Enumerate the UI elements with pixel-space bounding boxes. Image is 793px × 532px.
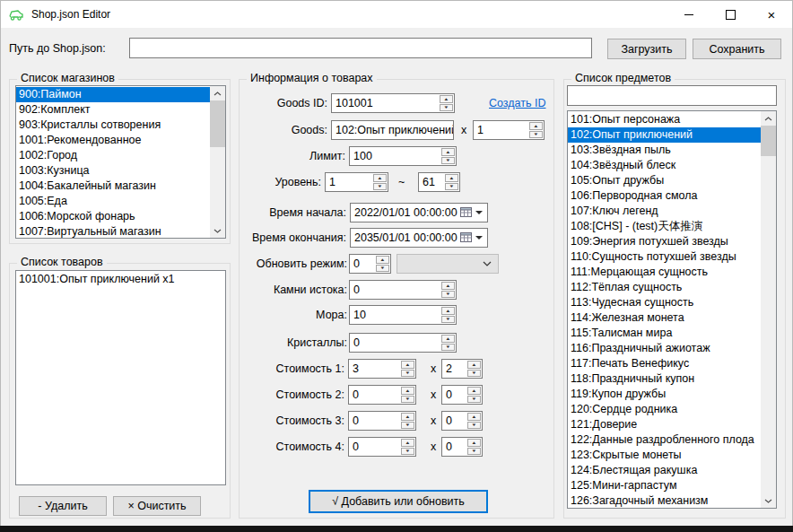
clear-button[interactable]: × Очистить — [113, 496, 201, 516]
scroll-down-button[interactable] — [210, 223, 225, 238]
spin-up-button[interactable]: ▲ — [441, 307, 455, 315]
items-list[interactable]: 101:Опыт персонажа102:Опыт приключений10… — [567, 110, 777, 509]
close-button[interactable]: × — [751, 1, 792, 28]
cost1-count-spinner[interactable]: 2 ▲▼ — [441, 359, 483, 379]
primogems-spinner[interactable]: 0 ▲▼ — [349, 280, 457, 300]
cost3-count[interactable]: 0 — [442, 412, 466, 430]
spin-down-button[interactable]: ▼ — [441, 316, 455, 324]
add-or-update-button[interactable]: √ Добавить или обновить — [309, 490, 488, 513]
end-time-value[interactable]: 2035/01/01 00:00:00 — [351, 229, 460, 247]
list-item[interactable]: 114:Железная монета — [568, 310, 761, 326]
list-item[interactable]: 106:Первородная смола — [568, 188, 761, 204]
shops-list-scrollbar[interactable] — [210, 86, 225, 238]
list-item[interactable]: 101001:Опыт приключений x1 — [16, 272, 225, 287]
cost1-count[interactable]: 2 — [442, 360, 466, 378]
minimize-button[interactable] — [668, 1, 710, 28]
cost3-value-spinner[interactable]: 0 ▲▼ — [348, 411, 416, 431]
list-item[interactable]: 116:Праздничный ажиотаж — [568, 341, 761, 356]
list-item[interactable]: 900:Паймон — [16, 87, 210, 102]
list-item[interactable]: 125:Мини-гарпастум — [568, 478, 761, 493]
list-item[interactable]: 104:Звёздный блеск — [568, 158, 761, 173]
spin-down-button[interactable]: ▼ — [467, 396, 481, 404]
list-item[interactable]: 110:Сущность потухшей звезды — [568, 249, 761, 265]
list-item[interactable]: 107:Ключ легенд — [568, 204, 761, 219]
spin-down-button[interactable]: ▼ — [467, 448, 481, 456]
level-max-spinner[interactable]: 61 ▲▼ — [418, 172, 460, 192]
list-item[interactable]: 102:Опыт приключений — [568, 127, 761, 143]
list-item[interactable]: 1001:Рекомендованное — [16, 133, 210, 148]
spin-up-button[interactable]: ▲ — [441, 148, 455, 156]
spin-up-button[interactable]: ▲ — [467, 439, 481, 447]
list-item[interactable]: 1003:Кузница — [16, 163, 210, 179]
list-item[interactable]: 113:Чудесная сущность — [568, 295, 761, 310]
spin-up-button[interactable]: ▲ — [467, 413, 481, 421]
spin-up-button[interactable]: ▲ — [373, 174, 387, 182]
list-item[interactable]: 1005:Еда — [16, 194, 210, 209]
spin-up-button[interactable]: ▲ — [401, 387, 414, 395]
goods-count-spinner[interactable]: 1 ▲▼ — [473, 120, 545, 140]
chevron-down-icon[interactable] — [475, 236, 483, 240]
spin-up-button[interactable]: ▲ — [441, 335, 455, 343]
limit-value[interactable]: 100 — [350, 147, 440, 165]
list-item[interactable]: 902:Комплект — [16, 102, 210, 118]
goods-value[interactable]: 102:Опыт приключений — [332, 121, 453, 139]
goods-id-value[interactable]: 101001 — [332, 94, 439, 112]
list-item[interactable]: 1007:Виртуальный магазин — [16, 224, 210, 238]
goods-id-spinner[interactable]: 101001 ▲▼ — [331, 93, 455, 113]
spin-up-button[interactable]: ▲ — [467, 387, 481, 395]
cost4-count[interactable]: 0 — [442, 438, 466, 456]
cost2-value[interactable]: 0 — [349, 386, 400, 404]
list-item[interactable]: 122:Данные раздробленного плода — [568, 432, 761, 448]
spin-down-button[interactable]: ▼ — [401, 448, 414, 456]
level-max-value[interactable]: 61 — [419, 173, 444, 191]
spin-down-button[interactable]: ▼ — [440, 104, 453, 112]
shops-list[interactable]: 900:Паймон902:Комплект903:Кристаллы сотв… — [15, 85, 226, 239]
spin-down-button[interactable]: ▼ — [467, 422, 481, 430]
list-item[interactable]: 123:Скрытые монеты — [568, 448, 761, 463]
scrollbar-track[interactable] — [761, 126, 776, 493]
list-item[interactable]: 117:Печать Венефикус — [568, 356, 761, 371]
list-item[interactable]: 108:[CHS] - (test)天体推演 — [568, 219, 761, 234]
spin-down-button[interactable]: ▼ — [445, 183, 458, 191]
refresh-mode-combobox[interactable] — [396, 254, 499, 274]
list-item[interactable]: 112:Тёплая сущность — [568, 280, 761, 295]
path-input[interactable] — [129, 38, 592, 58]
list-item[interactable]: 103:Звёздная пыль — [568, 143, 761, 158]
list-item[interactable]: 111:Мерцающая сущность — [568, 265, 761, 280]
list-item[interactable]: 120:Сердце родника — [568, 402, 761, 417]
limit-spinner[interactable]: 100 ▲▼ — [349, 146, 457, 166]
refresh-mode-value[interactable]: 0 — [350, 255, 375, 273]
cost1-value-spinner[interactable]: 3 ▲▼ — [348, 359, 416, 379]
mora-value[interactable]: 10 — [350, 306, 440, 324]
goods-list[interactable]: 101001:Опыт приключений x1 — [15, 270, 226, 485]
cost4-value-spinner[interactable]: 0 ▲▼ — [348, 437, 416, 457]
level-min-value[interactable]: 1 — [326, 173, 372, 191]
list-item[interactable]: 119:Купон дружбы — [568, 387, 761, 402]
begin-time-picker[interactable]: 2022/01/01 00:00:00 — [350, 203, 488, 222]
scroll-down-button[interactable] — [761, 493, 776, 508]
items-list-scrollbar[interactable] — [761, 111, 776, 508]
scrollbar-thumb[interactable] — [761, 126, 776, 156]
spin-down-button[interactable]: ▼ — [401, 396, 414, 404]
refresh-mode-spinner[interactable]: 0 ▲▼ — [349, 254, 391, 274]
list-item[interactable]: 115:Талисман мира — [568, 326, 761, 341]
spin-up-button[interactable]: ▲ — [376, 256, 389, 264]
spin-down-button[interactable]: ▼ — [441, 344, 455, 352]
list-item[interactable]: 105:Опыт дружбы — [568, 173, 761, 188]
items-search-input[interactable] — [567, 85, 777, 106]
begin-time-value[interactable]: 2022/01/01 00:00:00 — [351, 204, 460, 222]
spin-down-button[interactable]: ▼ — [441, 157, 455, 165]
cost2-value-spinner[interactable]: 0 ▲▼ — [348, 385, 416, 405]
spin-down-button[interactable]: ▼ — [401, 422, 414, 430]
chevron-down-icon[interactable] — [475, 211, 483, 214]
scrollbar-thumb[interactable] — [210, 100, 225, 147]
crystals-spinner[interactable]: 0 ▲▼ — [349, 333, 457, 353]
list-item[interactable]: 101:Опыт персонажа — [568, 112, 761, 127]
spin-up-button[interactable]: ▲ — [401, 361, 414, 369]
cost4-count-spinner[interactable]: 0 ▲▼ — [441, 437, 483, 457]
list-item[interactable]: 124:Блестящая ракушка — [568, 463, 761, 478]
goods-input[interactable]: 102:Опыт приключений — [331, 120, 454, 140]
spin-up-button[interactable]: ▲ — [440, 95, 453, 103]
list-item[interactable]: 109:Энергия потухшей звезды — [568, 234, 761, 249]
spin-up-button[interactable]: ▲ — [445, 174, 458, 182]
